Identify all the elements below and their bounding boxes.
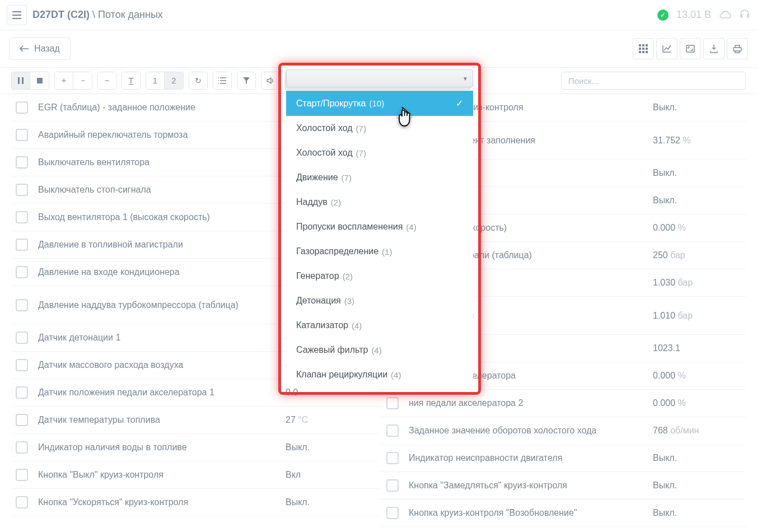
row-checkbox[interactable]: [16, 441, 28, 454]
back-label: Назад: [34, 44, 60, 54]
row-checkbox[interactable]: [16, 129, 28, 141]
funnel-icon: [243, 77, 250, 84]
columns-2-button[interactable]: 2: [165, 72, 184, 90]
chart-button[interactable]: [656, 38, 677, 59]
row-label: Давление наддува турбокомпрессора (табли…: [38, 300, 286, 311]
add-button[interactable]: ＋: [54, 72, 73, 90]
table-row[interactable]: Индикатор неисправности двигателяВыкл.: [378, 445, 746, 472]
table-row[interactable]: Кнопка "Ускоряться" круиз-контроляВыкл.: [11, 489, 378, 516]
search-box: [561, 72, 746, 90]
dropdown-item[interactable]: Холостой ход(7): [286, 116, 473, 141]
row-value: 250 бар: [653, 250, 742, 260]
dropdown-item-count: (7): [356, 148, 366, 158]
dropdown-item[interactable]: Наддув(2): [286, 190, 473, 214]
dropdown-item[interactable]: Катализатор(4): [286, 313, 473, 338]
row-value: Выкл.: [286, 442, 375, 452]
pause-button[interactable]: [11, 72, 30, 90]
dropdown-item[interactable]: Детонация(3): [286, 288, 473, 313]
svg-rect-9: [686, 45, 694, 52]
refresh-button[interactable]: ↻: [189, 72, 208, 90]
row-checkbox[interactable]: [386, 479, 399, 492]
row-label: Выключатель вентилятора: [38, 157, 286, 168]
dropdown-item[interactable]: Пропуски воспламенения(4): [286, 214, 473, 239]
chevron-down-icon: ▼: [462, 76, 468, 82]
table-row[interactable]: Заданное значение оборотов холостого ход…: [378, 417, 746, 445]
stop-button[interactable]: [30, 72, 49, 90]
dropdown-item-count: (7): [356, 124, 366, 133]
dropdown-item-label: Холостой ход: [296, 123, 353, 133]
row-value: Выкл.: [653, 195, 742, 206]
row-label: Кнопка "Выкл" круиз-контроля: [38, 469, 286, 480]
row-checkbox[interactable]: [16, 414, 28, 426]
row-checkbox[interactable]: [16, 469, 28, 481]
row-checkbox[interactable]: [16, 332, 28, 344]
columns-1-button[interactable]: 1: [146, 72, 165, 90]
row-checkbox[interactable]: [16, 359, 28, 371]
svg-rect-4: [642, 48, 644, 50]
sound-button[interactable]: [261, 72, 280, 90]
dropdown-item-count: (4): [352, 321, 362, 330]
dropdown-item[interactable]: Движение(7): [286, 165, 473, 190]
breadcrumb-main: D27DT (C2I): [32, 9, 90, 20]
text-format-button[interactable]: T: [122, 72, 141, 90]
row-checkbox[interactable]: [16, 211, 28, 223]
menu-button[interactable]: [7, 5, 27, 25]
row-value: 768 об/мин: [653, 426, 742, 436]
table-row[interactable]: Кнопка круиз-контроля "Возобновление"Вык…: [378, 500, 746, 527]
fullscreen-button[interactable]: [680, 38, 701, 59]
row-label: Кнопка "Замедляться" круиз-контроля: [409, 480, 653, 491]
row-value: Вкл: [286, 470, 375, 480]
grid-view-button[interactable]: [633, 38, 654, 59]
row-checkbox[interactable]: [386, 397, 399, 409]
table-row[interactable]: Индикатор наличия воды в топливеВыкл.: [11, 434, 378, 461]
dropdown-item[interactable]: Газораспределение(1): [286, 239, 473, 264]
row-checkbox[interactable]: [386, 424, 399, 437]
row-value: Выкл.: [653, 102, 742, 113]
row-checkbox[interactable]: [16, 184, 28, 196]
row-value: 31.752 %: [653, 136, 742, 146]
row-checkbox[interactable]: [386, 507, 399, 519]
dropdown-item[interactable]: Генератор(2): [286, 264, 473, 288]
list-button[interactable]: [213, 72, 232, 90]
row-value: 0.000 %: [653, 223, 742, 233]
headset-icon[interactable]: [739, 8, 750, 22]
row-label: EGR (таблица) - заданное положение: [38, 102, 286, 113]
wave-button[interactable]: ~: [97, 72, 116, 90]
row-checkbox[interactable]: [16, 299, 28, 311]
table-row[interactable]: Кнопка "Замедляться" круиз-контроляВыкл.: [378, 472, 746, 500]
row-checkbox[interactable]: [16, 239, 28, 251]
row-checkbox[interactable]: [16, 496, 28, 508]
row-value: 1023.1: [653, 343, 742, 353]
dropdown-item[interactable]: Старт/Прокрутка(10)✓: [286, 91, 473, 116]
row-checkbox[interactable]: [16, 156, 28, 169]
table-row[interactable]: Датчик температуры топлива27 °C: [11, 407, 378, 434]
svg-rect-10: [18, 77, 20, 84]
table-row[interactable]: ния педали акселератора 20.000 %: [378, 390, 746, 417]
search-input[interactable]: [561, 72, 746, 90]
dropdown-item[interactable]: Холостой ход(7): [286, 141, 473, 165]
remove-button[interactable]: －: [73, 72, 92, 90]
row-checkbox[interactable]: [386, 452, 399, 464]
category-dropdown: ▼ Старт/Прокрутка(10)✓Холостой ход(7)Хол…: [282, 66, 478, 391]
top-bar-right: ✓ 13.01 В: [657, 8, 750, 22]
row-checkbox[interactable]: [16, 101, 28, 114]
export-icon: [709, 44, 718, 53]
dropdown-item-count: (2): [331, 198, 341, 207]
dropdown-item[interactable]: Сажевый фильтр(4): [286, 338, 473, 362]
dropdown-menu: Старт/Прокрутка(10)✓Холостой ход(7)Холос…: [286, 91, 473, 387]
dropdown-item-count: (2): [343, 272, 353, 281]
row-checkbox[interactable]: [16, 266, 28, 278]
row-checkbox[interactable]: [16, 386, 28, 399]
dropdown-item[interactable]: Клапан рециркуляции(4): [286, 362, 473, 387]
filter-button[interactable]: [237, 72, 256, 90]
table-row[interactable]: Кнопка "Выкл" круиз-контроляВкл: [11, 461, 378, 489]
back-button[interactable]: Назад: [9, 38, 71, 60]
row-label: Индикатор неисправности двигателя: [409, 452, 653, 464]
row-label: Датчик положения педали акселератора 1: [38, 387, 286, 398]
dropdown-item-count: (10): [370, 99, 385, 108]
cloud-icon[interactable]: [719, 10, 731, 21]
svg-rect-12: [37, 78, 43, 83]
print-button[interactable]: [727, 38, 748, 59]
export-button[interactable]: [703, 38, 725, 59]
combo-open[interactable]: ▼: [286, 69, 473, 87]
